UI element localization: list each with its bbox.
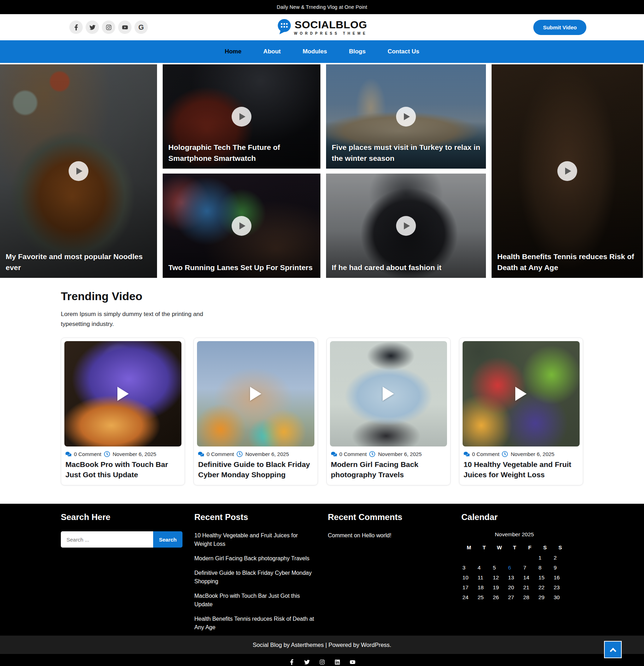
facebook-icon[interactable] <box>289 659 295 665</box>
clock-icon <box>237 451 243 457</box>
hero-tile-title[interactable]: Five places must visit in Turkey to rela… <box>332 142 481 164</box>
calendar-day: 23 <box>553 583 568 592</box>
calendar-day: 28 <box>522 592 538 602</box>
instagram-icon[interactable] <box>102 21 115 34</box>
calendar-day: 5 <box>492 563 507 573</box>
card-meta: 0 Comment November 6, 2025 <box>65 451 180 457</box>
search-input[interactable] <box>61 531 153 548</box>
twitter-icon[interactable] <box>86 21 99 34</box>
play-icon[interactable] <box>232 216 251 236</box>
card-title[interactable]: 10 Healthy Vegetable and Fruit Juices fo… <box>464 460 579 480</box>
play-icon[interactable] <box>557 161 577 181</box>
post-date: November 6, 2025 <box>113 451 156 457</box>
play-icon[interactable] <box>396 216 416 236</box>
calendar-day: 27 <box>507 592 522 602</box>
google-icon[interactable]: G <box>134 21 148 34</box>
calendar-day: 15 <box>538 573 553 583</box>
submit-video-button[interactable]: Submit Video <box>533 20 586 35</box>
calendar-day: 12 <box>492 573 507 583</box>
card-thumbnail[interactable] <box>64 341 181 446</box>
card-thumbnail[interactable] <box>330 341 447 446</box>
calendar-day: 16 <box>553 573 568 583</box>
facebook-icon[interactable] <box>69 21 83 34</box>
nav-item-home[interactable]: Home <box>214 40 252 63</box>
recent-comment-link[interactable]: Comment on Hello world! <box>328 531 450 540</box>
card-title[interactable]: Definitive Guide to Black Friday Cyber M… <box>198 460 313 480</box>
play-icon[interactable] <box>383 387 394 401</box>
comment-icon <box>65 451 71 457</box>
logo-title: SOCIALBLOG <box>295 19 367 30</box>
card-title[interactable]: MacBook Pro with Touch Bar Just Got this… <box>65 460 180 480</box>
clock-icon <box>104 451 110 457</box>
calendar-day: 8 <box>538 563 553 573</box>
nav-item-blogs[interactable]: Blogs <box>338 40 377 63</box>
hero-tile-title[interactable]: Holographic Tech The Future of Smartphon… <box>168 142 315 164</box>
footer-recent-comments-widget: Recent Comments Comment on Hello world! <box>328 512 450 636</box>
calendar-heading: Calendar <box>462 512 584 522</box>
comment-count[interactable]: 0 Comment <box>207 451 234 457</box>
calendar-day: 2 <box>553 553 568 563</box>
video-card-fruit-juices[interactable]: 0 Comment November 6, 2025 10 Healthy Ve… <box>459 338 583 485</box>
card-thumbnail[interactable] <box>463 341 580 446</box>
calendar-day: 18 <box>477 583 492 592</box>
hero-tile-turkey[interactable]: Five places must visit in Turkey to rela… <box>326 64 486 169</box>
post-date: November 6, 2025 <box>245 451 289 457</box>
search-button[interactable]: Search <box>153 531 182 548</box>
linkedin-icon[interactable] <box>335 659 340 665</box>
calendar-day <box>522 553 538 563</box>
calendar-day <box>462 553 477 563</box>
recent-post-link[interactable]: 10 Healthy Vegetable and Fruit Juices fo… <box>195 531 317 548</box>
youtube-icon[interactable] <box>350 659 355 665</box>
footer-search-widget: Search Here Search <box>61 512 183 636</box>
youtube-icon[interactable] <box>118 21 132 34</box>
play-icon[interactable] <box>69 161 88 181</box>
recent-comments-heading: Recent Comments <box>328 512 450 522</box>
video-card-modern-girl[interactable]: 0 Comment November 6, 2025 Modern Girl F… <box>326 338 451 485</box>
nav-item-about[interactable]: About <box>253 40 292 63</box>
play-icon[interactable] <box>396 107 416 127</box>
recent-post-link[interactable]: Health Benefits Tennis reduces Risk of D… <box>195 615 317 632</box>
recent-posts-list: 10 Healthy Vegetable and Fruit Juices fo… <box>195 531 317 632</box>
recent-post-link[interactable]: Definitive Guide to Black Friday Cyber M… <box>195 569 317 586</box>
hero-tile-fashion[interactable]: If he had cared about fashion it <box>326 174 486 278</box>
calendar-day: 13 <box>507 573 522 583</box>
video-card-black-friday[interactable]: 0 Comment November 6, 2025 Definitive Gu… <box>193 338 318 485</box>
comment-count[interactable]: 0 Comment <box>74 451 101 457</box>
search-form: Search <box>61 531 182 548</box>
calendar-day: 3 <box>462 563 477 573</box>
play-icon[interactable] <box>515 387 527 401</box>
hero-video-grid: My Favorite and most popular Noodles eve… <box>0 64 644 278</box>
nav-item-modules[interactable]: Modules <box>292 40 338 63</box>
comment-count[interactable]: 0 Comment <box>340 451 367 457</box>
hero-tile-noodles[interactable]: My Favorite and most popular Noodles eve… <box>0 64 157 278</box>
hero-tile-title[interactable]: My Favorite and most popular Noodles eve… <box>6 251 152 273</box>
hero-tile-title[interactable]: Two Running Lanes Set Up For Sprinters <box>168 262 315 273</box>
video-card-macbook[interactable]: 0 Comment November 6, 2025 MacBook Pro w… <box>61 338 185 485</box>
recent-post-link[interactable]: MacBook Pro with Touch Bar Just Got this… <box>195 592 317 609</box>
site-logo[interactable]: SOCIALBLOG WORDPRESS THEME <box>276 18 367 36</box>
post-date: November 6, 2025 <box>511 451 554 457</box>
clock-icon <box>502 451 508 457</box>
card-thumbnail[interactable] <box>197 341 314 446</box>
instagram-icon[interactable] <box>319 659 325 665</box>
card-title[interactable]: Modern Girl Facing Back photography Trav… <box>331 460 446 480</box>
scroll-to-top-button[interactable] <box>604 641 622 658</box>
hero-tile-tennis[interactable]: Health Benefits Tennis reduces Risk of D… <box>492 64 643 278</box>
play-icon[interactable] <box>117 387 129 401</box>
footer-widgets: Search Here Search Recent Posts 10 Healt… <box>0 504 644 636</box>
comment-icon <box>331 451 337 457</box>
hero-tile-smartwatch[interactable]: Holographic Tech The Future of Smartphon… <box>163 64 320 169</box>
hero-tile-title[interactable]: If he had cared about fashion it <box>332 262 481 273</box>
comment-count[interactable]: 0 Comment <box>472 451 500 457</box>
calendar-day: 20 <box>507 583 522 592</box>
bottom-social-bar <box>0 654 644 666</box>
twitter-icon[interactable] <box>304 659 310 665</box>
calendar-day-link[interactable]: 6 <box>507 563 522 573</box>
play-icon[interactable] <box>250 387 261 401</box>
recent-post-link[interactable]: Modern Girl Facing Back photography Trav… <box>195 554 317 563</box>
calendar-day: 25 <box>477 592 492 602</box>
play-icon[interactable] <box>232 107 251 127</box>
hero-tile-title[interactable]: Health Benefits Tennis reduces Risk of D… <box>497 251 638 273</box>
nav-item-contact[interactable]: Contact Us <box>377 40 430 63</box>
hero-tile-sprinters[interactable]: Two Running Lanes Set Up For Sprinters <box>163 174 320 278</box>
